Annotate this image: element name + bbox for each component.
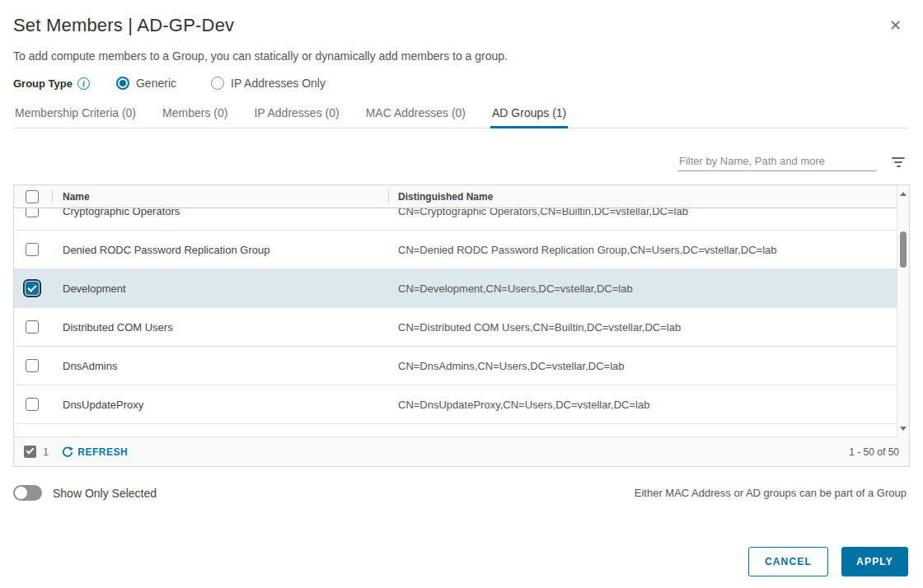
bottom-row: Show Only Selected Either MAC Address or… bbox=[13, 485, 908, 501]
info-icon[interactable]: i bbox=[77, 77, 90, 90]
row-name: DnsUpdateProxy bbox=[52, 399, 388, 411]
table-row[interactable]: Cryptographic Operators CN=Cryptographic… bbox=[14, 208, 909, 231]
table-row[interactable]: Denied RODC Password Replication Group C… bbox=[14, 231, 909, 269]
select-all-checkbox[interactable] bbox=[26, 190, 39, 203]
filter-input[interactable] bbox=[677, 153, 877, 171]
row-checkbox[interactable] bbox=[26, 398, 39, 411]
ad-groups-table: Name Distinguished Name Cryptographic Op… bbox=[13, 184, 910, 467]
selected-count: 1 bbox=[43, 446, 49, 458]
radio-option[interactable]: IP Addresses Only bbox=[211, 77, 326, 90]
tab-membership-criteria-0[interactable]: Membership Criteria (0) bbox=[13, 103, 138, 128]
group-type-radio-group: Generic IP Addresses Only bbox=[116, 77, 360, 90]
filter-icon[interactable] bbox=[892, 156, 905, 169]
cancel-button[interactable]: CANCEL bbox=[748, 547, 828, 576]
dialog-subtitle: To add compute members to a Group, you c… bbox=[13, 49, 908, 63]
radio-label: IP Addresses Only bbox=[231, 77, 326, 90]
dialog-title: Set Members | AD-GP-Dev bbox=[13, 15, 908, 36]
table-header-row: Name Distinguished Name bbox=[14, 185, 909, 208]
vertical-scrollbar[interactable] bbox=[897, 185, 909, 437]
radio-label: Generic bbox=[136, 77, 176, 90]
scroll-down-icon[interactable] bbox=[900, 427, 907, 431]
row-checkbox[interactable] bbox=[26, 359, 39, 372]
scrollbar-thumb[interactable] bbox=[900, 231, 907, 268]
row-distinguished-name: CN=Denied RODC Password Replication Grou… bbox=[388, 244, 909, 256]
row-distinguished-name: CN=Development,CN=Users,DC=vstellar,DC=l… bbox=[388, 282, 909, 295]
radio-icon bbox=[211, 77, 224, 90]
row-name: Denied RODC Password Replication Group bbox=[52, 244, 388, 256]
set-members-dialog: Set Members | AD-GP-Dev ✕ To add compute… bbox=[0, 0, 923, 588]
selected-count-checkbox bbox=[24, 446, 36, 458]
tab-ad-groups-1[interactable]: AD Groups (1) bbox=[490, 103, 568, 128]
row-checkbox[interactable] bbox=[26, 243, 39, 256]
group-membership-note: Either MAC Address or AD groups can be p… bbox=[635, 487, 907, 499]
toggle-pill[interactable] bbox=[13, 485, 42, 501]
row-distinguished-name: CN=Cryptographic Operators,CN=Builtin,DC… bbox=[388, 208, 909, 217]
table-row[interactable]: Distributed COM Users CN=Distributed COM… bbox=[14, 308, 909, 347]
close-icon[interactable]: ✕ bbox=[889, 18, 902, 33]
tab-bar: Membership Criteria (0) Members (0) IP A… bbox=[13, 103, 908, 128]
column-header-name[interactable]: Name bbox=[52, 191, 388, 203]
show-only-selected-toggle[interactable]: Show Only Selected bbox=[13, 485, 157, 501]
table-body: Cryptographic Operators CN=Cryptographic… bbox=[14, 208, 909, 436]
filter-row bbox=[13, 153, 908, 171]
table-row[interactable]: Development CN=Development,CN=Users,DC=v… bbox=[14, 269, 909, 308]
table-row[interactable]: DnsAdmins CN=DnsAdmins,CN=Users,DC=vstel… bbox=[14, 347, 909, 385]
apply-button[interactable]: APPLY bbox=[841, 547, 908, 576]
row-checkbox[interactable] bbox=[26, 208, 39, 217]
table-footer: 1 REFRESH 1 - 50 of 50 bbox=[14, 436, 909, 466]
column-header-distinguished-name[interactable]: Distinguished Name bbox=[388, 191, 909, 203]
row-checkbox[interactable] bbox=[26, 282, 39, 295]
row-name: Distributed COM Users bbox=[52, 321, 388, 334]
row-name: DnsAdmins bbox=[52, 360, 388, 372]
row-distinguished-name: CN=DnsAdmins,CN=Users,DC=vstellar,DC=lab bbox=[388, 360, 909, 372]
table-row[interactable]: DnsUpdateProxy CN=DnsUpdateProxy,CN=User… bbox=[14, 385, 909, 424]
tab-members-0[interactable]: Members (0) bbox=[161, 103, 229, 128]
radio-icon bbox=[116, 77, 129, 90]
row-name: Development bbox=[52, 282, 388, 295]
group-type-row: Group Type i Generic IP Addresses Only bbox=[13, 77, 908, 90]
row-checkbox[interactable] bbox=[26, 320, 39, 334]
group-type-label: Group Type bbox=[13, 77, 73, 90]
refresh-button[interactable]: REFRESH bbox=[62, 446, 128, 458]
pagination-range: 1 - 50 of 50 bbox=[849, 446, 899, 458]
tab-ip-addresses-0[interactable]: IP Addresses (0) bbox=[252, 103, 340, 128]
row-name: Cryptographic Operators bbox=[52, 208, 388, 217]
row-distinguished-name: CN=DnsUpdateProxy,CN=Users,DC=vstellar,D… bbox=[388, 399, 909, 411]
row-distinguished-name: CN=Distributed COM Users,CN=Builtin,DC=v… bbox=[388, 321, 909, 334]
dialog-actions: CANCEL APPLY bbox=[748, 547, 908, 576]
radio-option[interactable]: Generic bbox=[116, 77, 176, 90]
refresh-icon bbox=[62, 446, 73, 458]
refresh-label: REFRESH bbox=[77, 446, 128, 458]
tab-mac-addresses-0[interactable]: MAC Addresses (0) bbox=[364, 103, 467, 128]
scroll-up-icon[interactable] bbox=[900, 192, 907, 196]
toggle-label: Show Only Selected bbox=[53, 487, 157, 500]
